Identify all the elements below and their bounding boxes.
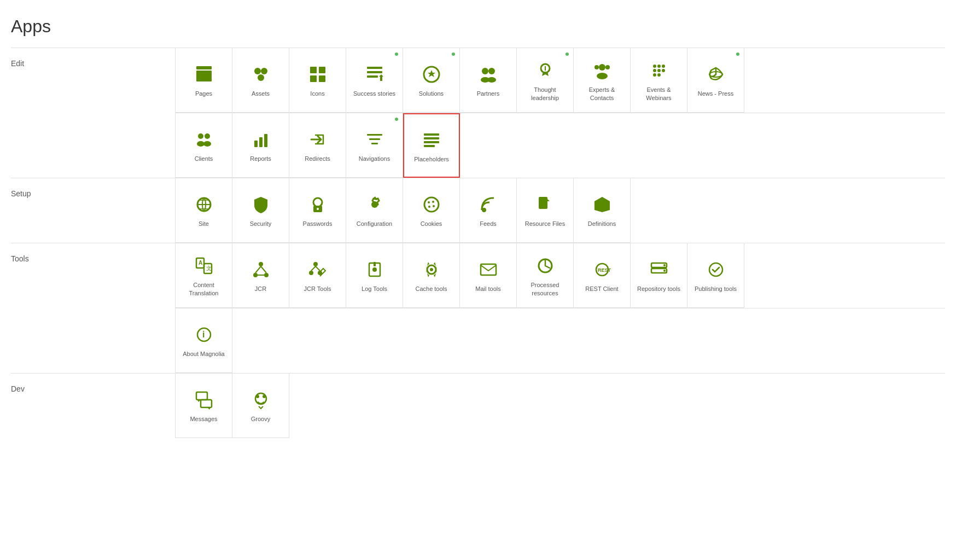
groovy-icon (250, 389, 272, 411)
app-content-translation[interactable]: A文Content Translation (176, 243, 232, 308)
svg-point-81 (430, 268, 433, 271)
svg-point-29 (653, 73, 656, 77)
app-processed-resources[interactable]: Processed resources (517, 243, 574, 308)
app-repository-tools[interactable]: Repository tools (631, 243, 687, 308)
app-passwords[interactable]: Passwords (289, 178, 346, 243)
app-definitions[interactable]: Definitions (574, 178, 631, 243)
app-groovy[interactable]: Groovy (232, 374, 289, 438)
svg-point-78 (372, 267, 377, 272)
app-experts-contacts[interactable]: Experts & Contacts (574, 48, 631, 113)
security-icon (250, 194, 272, 215)
section-dev: DevMessagesGroovy (11, 373, 945, 438)
success-stories-label: Success stories (353, 90, 395, 97)
svg-point-57 (482, 208, 486, 212)
svg-point-30 (657, 73, 661, 77)
app-navigations[interactable]: Navigations (346, 113, 403, 178)
configuration-label: Configuration (357, 220, 392, 228)
app-icons[interactable]: Icons (289, 48, 346, 113)
svg-line-70 (261, 266, 266, 273)
svg-point-28 (662, 65, 665, 68)
svg-text:i: i (202, 330, 205, 339)
messages-label: Messages (190, 415, 217, 423)
svg-rect-94 (201, 400, 212, 407)
app-cache-tools[interactable]: Cache tools (403, 243, 460, 308)
app-jcr[interactable]: JCR (232, 243, 289, 308)
app-solutions[interactable]: Solutions (403, 48, 460, 113)
svg-rect-0 (196, 66, 212, 69)
svg-point-16 (487, 77, 496, 83)
resource-files-label: Resource Files (525, 220, 565, 228)
dot-thought-leadership (566, 52, 569, 56)
experts-contacts-icon (591, 60, 613, 81)
app-about-magnolia[interactable]: iAbout Magnolia (176, 308, 232, 373)
navigations-label: Navigations (359, 155, 390, 162)
app-clients[interactable]: Clients (176, 113, 232, 178)
app-log-tools[interactable]: Log Tools (346, 243, 403, 308)
rest-client-label: REST Client (585, 285, 618, 293)
publishing-tools-label: Publishing tools (695, 285, 737, 293)
about-magnolia-label: About Magnolia (183, 350, 224, 358)
app-placeholders[interactable]: Placeholders (403, 113, 460, 178)
apps-grid-dev: MessagesGroovy (175, 374, 945, 438)
svg-line-75 (311, 266, 316, 271)
app-reports[interactable]: Reports (232, 113, 289, 178)
svg-rect-82 (481, 264, 496, 275)
app-messages[interactable]: Messages (176, 374, 232, 438)
svg-point-4 (258, 74, 264, 81)
app-assets[interactable]: Assets (232, 48, 289, 113)
section-setup: SetupSiteSecurityPasswordsConfigurationC… (11, 178, 945, 243)
svg-rect-61 (541, 203, 544, 205)
app-partners[interactable]: Partners (460, 48, 517, 113)
content-translation-label: Content Translation (179, 281, 229, 297)
svg-rect-44 (424, 141, 439, 143)
app-security[interactable]: Security (232, 178, 289, 243)
app-rest-client[interactable]: RESTREST Client (574, 243, 631, 308)
page-title: Apps (11, 16, 945, 37)
processed-resources-label: Processed resources (521, 281, 570, 297)
svg-point-90 (709, 263, 722, 276)
svg-point-14 (488, 68, 495, 74)
partners-icon (477, 63, 499, 85)
svg-rect-79 (374, 262, 376, 266)
svg-point-34 (197, 141, 205, 147)
row-divider (176, 308, 945, 308)
repository-tools-label: Repository tools (637, 285, 680, 293)
app-news-press[interactable]: News - Press (687, 48, 744, 113)
svg-point-2 (254, 68, 261, 74)
app-site[interactable]: Site (176, 178, 232, 243)
svg-point-13 (482, 68, 488, 74)
app-cookies[interactable]: Cookies (403, 178, 460, 243)
app-resource-files[interactable]: Resource Files (517, 178, 574, 243)
app-publishing-tools[interactable]: Publishing tools (687, 243, 744, 308)
app-redirects[interactable]: Redirects (289, 113, 346, 178)
app-thought-leadership[interactable]: Thought leadership (517, 48, 574, 113)
svg-point-96 (256, 395, 259, 398)
app-jcr-tools[interactable]: JCR Tools (289, 243, 346, 308)
svg-point-24 (657, 69, 661, 72)
app-configuration[interactable]: Configuration (346, 178, 403, 243)
svg-point-20 (597, 73, 608, 79)
svg-point-26 (653, 65, 656, 68)
dot-news-press (736, 52, 739, 56)
app-success-stories[interactable]: Success stories (346, 48, 403, 113)
app-pages[interactable]: Pages (176, 48, 232, 113)
svg-rect-9 (367, 67, 382, 69)
svg-point-25 (662, 69, 665, 72)
section-label-dev: Dev (11, 374, 175, 404)
site-label: Site (199, 220, 209, 228)
svg-point-48 (313, 198, 322, 207)
app-events-webinars[interactable]: Events & Webinars (631, 48, 687, 113)
messages-icon (193, 389, 215, 411)
app-feeds[interactable]: Feeds (460, 178, 517, 243)
svg-rect-1 (196, 71, 212, 81)
configuration-icon (364, 194, 386, 215)
svg-rect-60 (541, 201, 545, 202)
svg-rect-38 (264, 134, 267, 147)
definitions-label: Definitions (588, 220, 616, 228)
news-press-label: News - Press (698, 90, 733, 97)
dot-success-stories (395, 52, 398, 56)
jcr-icon (250, 259, 272, 281)
assets-icon (250, 63, 272, 85)
app-mail-tools[interactable]: Mail tools (460, 243, 517, 308)
icons-icon (307, 63, 329, 85)
